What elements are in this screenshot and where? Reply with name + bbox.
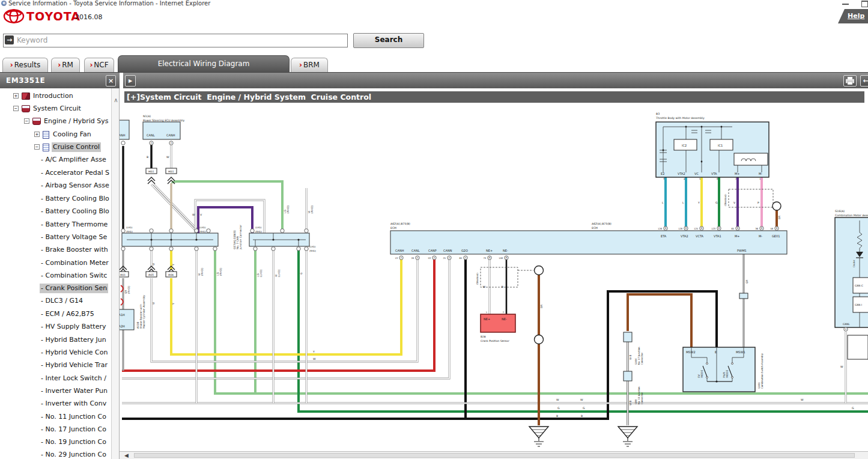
label-ecm-mm: M-	[759, 234, 762, 238]
command-bar: EM3351E × ▶ ←	[0, 72, 868, 89]
tab-rm[interactable]: ›RM	[51, 58, 80, 72]
tree-label[interactable]: - Hybrid Vehicle Trar	[40, 360, 109, 370]
tree-label[interactable]: - Accelerator Pedal S	[40, 168, 111, 178]
tree-label[interactable]: - Battery Thermome	[40, 220, 109, 230]
tree-label[interactable]: - Battery Voltage Se	[40, 233, 108, 242]
label-crank-code: B28	[481, 335, 486, 338]
ecm-box[interactable]	[390, 226, 787, 260]
sidebar-item-inverter-with-converter[interactable]: - Inverter with Conv	[0, 398, 120, 410]
sidebar-item-no29-junction[interactable]: - No. 29 Junction Co	[0, 449, 120, 459]
tree-label[interactable]: - No. 29 Junction Co	[40, 450, 108, 459]
tree-label[interactable]: - Hybrid Battery Jun	[40, 335, 108, 345]
pin-num: 65	[731, 228, 734, 230]
tree-label[interactable]: - No. 17 Junction Co	[40, 425, 108, 434]
wire-label-lg-lhd: LG(LHD)	[256, 269, 263, 277]
sidebar-item-hybrid-vehicle-transmission[interactable]: - Hybrid Vehicle Trar	[0, 359, 120, 371]
tree-label[interactable]: - Inverter Water Pun	[40, 386, 109, 396]
scrollbar-thumb[interactable]	[134, 453, 855, 458]
sidebar-item-combination-meter[interactable]: - Combination Meter	[0, 257, 120, 269]
tree-label[interactable]: - A/C Amplifier Asse	[40, 155, 108, 165]
tree-label[interactable]: - Battery Cooling Blo	[40, 194, 111, 204]
expand-plus-icon[interactable]: +	[13, 93, 19, 99]
tree-label-selected[interactable]: - Crank Position Sen	[40, 284, 108, 293]
combination-switch-box[interactable]	[683, 347, 755, 392]
sidebar-item-ac-amplifier[interactable]: - A/C Amplifier Asse	[0, 154, 120, 166]
expand-panel-button[interactable]: ▶	[125, 75, 136, 87]
wire-label-w-lhd: W(LHD)	[275, 269, 281, 277]
tree-label[interactable]: - Inter Lock Switch /	[40, 374, 108, 383]
tab-brm[interactable]: ›BRM	[291, 58, 328, 72]
sidebar-item-system-circuit[interactable]: − System Circuit	[0, 103, 120, 115]
tree-label-selected[interactable]: Cruise Control	[52, 142, 101, 152]
junction-connector-g98-box[interactable]	[624, 371, 632, 381]
sidebar-item-accelerator-pedal[interactable]: - Accelerator Pedal S	[0, 167, 120, 179]
scroll-left-icon[interactable]: ◀	[124, 452, 129, 459]
search-button[interactable]: Search	[353, 33, 424, 48]
help-button[interactable]: Help	[838, 9, 868, 23]
tab-electrical-wiring-diagram[interactable]: Electrical Wiring Diagram	[118, 55, 290, 72]
tree-label[interactable]: - No. 11 Junction Co	[40, 412, 108, 422]
sidebar-item-introduction[interactable]: + Introduction	[0, 90, 120, 102]
tree-label[interactable]: - Combination Switc	[40, 271, 108, 281]
pane-divider	[120, 73, 123, 89]
search-input[interactable]: → Keyword	[3, 34, 348, 47]
sidebar-item-inter-lock-switch[interactable]: - Inter Lock Switch /	[0, 372, 120, 385]
tree-label[interactable]: - DLC3 / G14	[40, 296, 84, 306]
restore-icon[interactable]	[861, 1, 868, 7]
sidebar-item-engine-hybrid[interactable]: − Engine / Hybrid Sys	[0, 115, 120, 127]
tree-label[interactable]: System Circuit	[32, 104, 82, 114]
sidebar-item-battery-cooling-1[interactable]: - Battery Cooling Blo	[0, 193, 120, 205]
throttle-body-box[interactable]	[656, 122, 769, 177]
expand-plus-icon[interactable]: +	[34, 132, 40, 137]
pin-num: 26	[411, 257, 414, 260]
tree-label[interactable]: - Battery Cooling Blo	[40, 207, 111, 216]
sidebar-close-button[interactable]: ×	[106, 75, 116, 87]
sidebar-item-hybrid-vehicle-control[interactable]: - Hybrid Vehicle Con	[0, 347, 120, 359]
tree-label[interactable]: - Inverter with Conv	[40, 399, 108, 409]
sidebar-item-ecm[interactable]: - ECM / A62,B75	[0, 308, 120, 320]
print-button[interactable]	[843, 75, 857, 87]
tab-results[interactable]: ›Results	[2, 58, 48, 72]
wire-label-w: W	[482, 285, 485, 288]
tree-label[interactable]: - No. 19 Junction Co	[40, 437, 108, 447]
sidebar-item-dlc3[interactable]: - DLC3 / G14	[0, 295, 120, 307]
minimize-icon[interactable]	[842, 4, 849, 5]
back-arrow-button[interactable]: ←	[860, 75, 868, 87]
tree-label[interactable]: Engine / Hybrid Sys	[43, 117, 109, 126]
sidebar-item-hv-supply-battery[interactable]: - HV Supply Battery	[0, 321, 120, 333]
sidebar-item-no19-junction[interactable]: - No. 19 Junction Co	[0, 436, 120, 448]
collapse-minus-icon[interactable]: −	[34, 144, 40, 150]
label-shielded: (Shielded)	[724, 194, 727, 206]
sidebar-item-airbag-sensor[interactable]: - Airbag Sensor Asse	[0, 180, 120, 192]
tree-label[interactable]: - HV Supply Battery	[40, 322, 107, 332]
combination-meter-box[interactable]	[835, 217, 868, 331]
tree-label[interactable]: - Combination Meter	[40, 258, 110, 268]
sidebar-item-combination-switch[interactable]: - Combination Switc	[0, 270, 120, 282]
diagram-horizontal-scrollbar[interactable]: ◀	[120, 451, 868, 459]
sidebar-item-no17-junction[interactable]: - No. 17 Junction Co	[0, 424, 120, 436]
sidebar-item-battery-voltage[interactable]: - Battery Voltage Se	[0, 231, 120, 243]
collapse-minus-icon[interactable]: −	[24, 118, 29, 124]
sidebar-item-cooling-fan[interactable]: + Cooling Fan	[0, 129, 120, 141]
sidebar-item-battery-thermometer[interactable]: - Battery Thermome	[0, 219, 120, 231]
junction-connector-g104-box[interactable]	[624, 332, 632, 342]
sidebar-item-brake-booster[interactable]: - Brake Booster with	[0, 244, 120, 256]
sidebar-item-crank-position-sensor[interactable]: - Crank Position Sen	[0, 282, 120, 294]
tree-label[interactable]: Introduction	[32, 91, 74, 101]
tree-label[interactable]: - Brake Booster with	[40, 245, 109, 255]
tree-label[interactable]: Cooling Fan	[52, 130, 93, 139]
sidebar-item-inverter-water-pump[interactable]: - Inverter Water Pun	[0, 385, 120, 397]
tree-scrollbar[interactable]: ∧	[111, 88, 120, 459]
sidebar-item-cruise-control[interactable]: − Cruise Control	[0, 141, 120, 153]
tab-ncf[interactable]: ›NCF	[84, 58, 114, 72]
sidebar-item-hybrid-battery-junction[interactable]: - Hybrid Battery Jun	[0, 334, 120, 346]
sidebar-item-no11-junction[interactable]: - No. 11 Junction Co	[0, 411, 120, 423]
tree-label[interactable]: - Airbag Sensor Asse	[40, 181, 111, 190]
collapse-minus-icon[interactable]: −	[13, 106, 19, 111]
tree-label[interactable]: - ECM / A62,B75	[40, 309, 96, 319]
label-ecm-canh: CANH	[395, 249, 404, 252]
sidebar-item-battery-cooling-2[interactable]: - Battery Cooling Blo	[0, 205, 120, 217]
scroll-up-icon[interactable]: ∧	[112, 97, 120, 103]
wire-label-y: Y	[172, 303, 175, 305]
tree-label[interactable]: - Hybrid Vehicle Con	[40, 348, 109, 357]
